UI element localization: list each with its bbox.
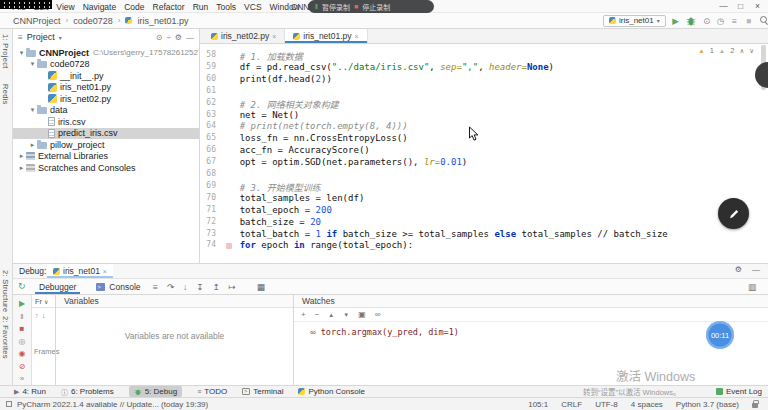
coverage-button[interactable]: ⊙ bbox=[700, 14, 713, 27]
step-over-icon[interactable]: ↷ bbox=[167, 282, 174, 292]
code-line-68[interactable]: 68 bbox=[200, 169, 768, 181]
code-line-71[interactable]: 71 total_epoch = 200 bbox=[200, 205, 768, 217]
status-widget-105-1[interactable]: 105:1 bbox=[528, 400, 548, 409]
tree-item-data[interactable]: ▾data bbox=[13, 105, 199, 117]
move-up-icon[interactable]: ▲ bbox=[328, 312, 334, 318]
debugger-tab-console[interactable]: Console bbox=[92, 279, 144, 294]
annotation-pencil-button[interactable] bbox=[718, 198, 749, 229]
stop-button[interactable]: ■ bbox=[20, 324, 25, 333]
frame-up-icon[interactable]: ↑ bbox=[35, 311, 39, 320]
editor-tab-iris-net01-py[interactable]: iris_net01.py× bbox=[285, 29, 367, 43]
debugger-tab-debugger[interactable]: Debugger bbox=[35, 279, 80, 294]
code-line-61[interactable]: 61 bbox=[200, 86, 768, 98]
resume-button[interactable]: ▶ bbox=[19, 299, 25, 308]
memory-snapshot-icon[interactable]: ◎ bbox=[19, 337, 26, 346]
next-problem-icon[interactable]: ∨ bbox=[749, 47, 754, 55]
prev-problem-icon[interactable]: ∧ bbox=[739, 47, 744, 55]
tool-window-button-terminal[interactable]: Terminal bbox=[242, 386, 283, 397]
close-icon[interactable]: × bbox=[272, 33, 276, 40]
tree-item-iris-csv[interactable]: iris.csv bbox=[13, 116, 199, 128]
screen-recorder-widget[interactable]: ‖ 暂停录制 ■ 停止录制 bbox=[308, 0, 434, 13]
tree-item-pillow-project[interactable]: ▸pillow_project bbox=[13, 139, 199, 151]
duplicate-watch-icon[interactable]: ▣ bbox=[358, 310, 366, 319]
search-everywhere-button[interactable] bbox=[757, 14, 768, 27]
inspections-widget[interactable]: ▲1 ▲2 ∧ ∨ bbox=[698, 46, 754, 55]
code-editor[interactable]: 58 # 1. 加载数据59 df = pd.read_csv("../data… bbox=[200, 44, 768, 263]
breadcrumb-item-cnnproject[interactable]: CNNProject bbox=[13, 16, 61, 26]
recording-timer-badge[interactable]: 00:11 bbox=[706, 321, 734, 349]
code-line-66[interactable]: 66 acc_fn = AccuracyScore() bbox=[200, 145, 768, 157]
tree-item-scratches-and-consoles[interactable]: ▸Scratches and Consoles bbox=[13, 162, 199, 174]
gear-icon[interactable]: ⚙ bbox=[735, 265, 742, 274]
menu-item-navigate[interactable]: Navigate bbox=[83, 2, 117, 12]
step-out-icon[interactable]: ↥ bbox=[212, 282, 219, 292]
code-line-70[interactable]: 70 total_samples = len(df) bbox=[200, 193, 768, 205]
code-line-59[interactable]: 59 df = pd.read_csv("../data/iris.csv", … bbox=[200, 62, 768, 74]
editor-tab-iris-net02-py[interactable]: iris_net02.py× bbox=[203, 29, 285, 43]
menu-item-view[interactable]: View bbox=[56, 2, 74, 12]
code-line-63[interactable]: 63 net = Net() bbox=[200, 110, 768, 122]
rerun-button[interactable]: ↻ bbox=[18, 281, 26, 291]
stripe-item-1-project[interactable]: 1: Project bbox=[1, 34, 10, 69]
restore-layout-icon[interactable]: ▥ bbox=[748, 282, 756, 292]
move-down-icon[interactable]: ▼ bbox=[343, 312, 349, 318]
locate-file-icon[interactable]: ⊙ bbox=[156, 33, 163, 42]
mute-breakpoints-button[interactable]: ⊘ bbox=[19, 362, 26, 371]
more-actions-icon[interactable]: » bbox=[20, 374, 24, 383]
tree-item-external-libraries[interactable]: ▸External Libraries bbox=[13, 151, 199, 163]
add-watch-icon[interactable]: + bbox=[301, 310, 306, 319]
lock-icon[interactable] bbox=[752, 403, 758, 408]
run-with-options-button[interactable]: ≡ bbox=[728, 14, 741, 27]
tool-window-button-5-debug[interactable]: 5: Debug bbox=[129, 386, 182, 397]
maximize-button[interactable]: □ bbox=[732, 0, 749, 13]
frames-header[interactable]: Fr ∨ bbox=[32, 295, 55, 308]
status-widget-crlf[interactable]: CRLF bbox=[561, 400, 582, 409]
status-message[interactable]: PyCharm 2022.1.4 available // Update... … bbox=[6, 398, 208, 410]
gear-icon[interactable]: ⚙ bbox=[175, 33, 182, 42]
tree-item-predict-iris-csv[interactable]: predict_iris.csv bbox=[13, 128, 199, 140]
show-execution-point-icon[interactable]: ≡ bbox=[153, 282, 158, 292]
profiler-button[interactable]: ◷ bbox=[714, 14, 727, 27]
project-panel-title[interactable]: Project bbox=[27, 32, 55, 42]
chevron-expanded-icon[interactable]: ▾ bbox=[28, 60, 37, 68]
breadcrumb-item-iris-net01-py[interactable]: iris_net01.py bbox=[137, 16, 188, 26]
code-line-69[interactable]: 69 # 3. 开始模型训练 bbox=[200, 181, 768, 193]
stripe-item-2-favorites[interactable]: 2: Favorites bbox=[1, 316, 10, 359]
code-line-72[interactable]: 72 batch_size = 20 bbox=[200, 217, 768, 229]
tool-window-button-4-run[interactable]: ▶4: Run bbox=[14, 386, 46, 397]
code-line-67[interactable]: 67 opt = optim.SGD(net.parameters(), lr=… bbox=[200, 157, 768, 169]
menu-item-refactor[interactable]: Refactor bbox=[153, 2, 185, 12]
status-widget-python-3-7-base[interactable]: Python 3.7 (base) bbox=[676, 400, 739, 409]
minimize-button[interactable]: — bbox=[715, 0, 732, 13]
run-configuration-select[interactable]: iris_net01 ▾ bbox=[603, 15, 666, 27]
code-line-65[interactable]: 65 loss_fn = nn.CrossEntropyLoss() bbox=[200, 133, 768, 145]
run-button[interactable]: ▶ bbox=[669, 14, 682, 27]
menu-item-run[interactable]: Run bbox=[193, 2, 209, 12]
chevron-expanded-icon[interactable]: ▾ bbox=[17, 49, 26, 57]
collapse-all-icon[interactable]: ÷ bbox=[166, 33, 170, 42]
recorder-stop-icon[interactable]: ■ bbox=[354, 3, 358, 10]
step-into-icon[interactable]: ↓ bbox=[183, 282, 187, 292]
step-into-my-code-icon[interactable]: ↧ bbox=[196, 282, 203, 292]
code-line-60[interactable]: 60 print(df.head(2)) bbox=[200, 74, 768, 86]
tool-window-button-python-console[interactable]: Python Console bbox=[298, 386, 364, 397]
status-widget-4-spaces[interactable]: 4 spaces bbox=[631, 400, 663, 409]
stop-button[interactable]: ■ bbox=[742, 14, 755, 27]
tool-window-button-6-problems[interactable]: ⓘ6: Problems bbox=[61, 386, 114, 397]
close-icon[interactable]: × bbox=[103, 268, 107, 275]
chevron-collapsed-icon[interactable]: ▸ bbox=[17, 152, 26, 160]
breadcrumb-item-code0728[interactable]: code0728 bbox=[73, 16, 113, 26]
status-widget-utf-8[interactable]: UTF-8 bbox=[595, 400, 618, 409]
code-line-64[interactable]: 64 # print(net(torch.empty(8, 4))) bbox=[200, 121, 768, 133]
debug-session-tab[interactable]: iris_net01 × bbox=[47, 264, 113, 278]
close-icon[interactable]: × bbox=[355, 33, 359, 40]
frame-down-icon[interactable]: ↓ bbox=[42, 311, 46, 320]
chevron-collapsed-icon[interactable]: ▸ bbox=[28, 141, 37, 149]
menu-item-tools[interactable]: Tools bbox=[216, 2, 236, 12]
close-button[interactable]: × bbox=[749, 0, 766, 13]
chevron-expanded-icon[interactable]: ▾ bbox=[28, 106, 37, 114]
debug-button[interactable] bbox=[684, 14, 697, 27]
pause-button[interactable]: ‖ bbox=[20, 312, 23, 321]
view-breakpoints-button[interactable]: ◉ bbox=[19, 349, 26, 358]
code-line-74[interactable]: 74 for epoch in range(total_epoch): bbox=[200, 240, 768, 252]
